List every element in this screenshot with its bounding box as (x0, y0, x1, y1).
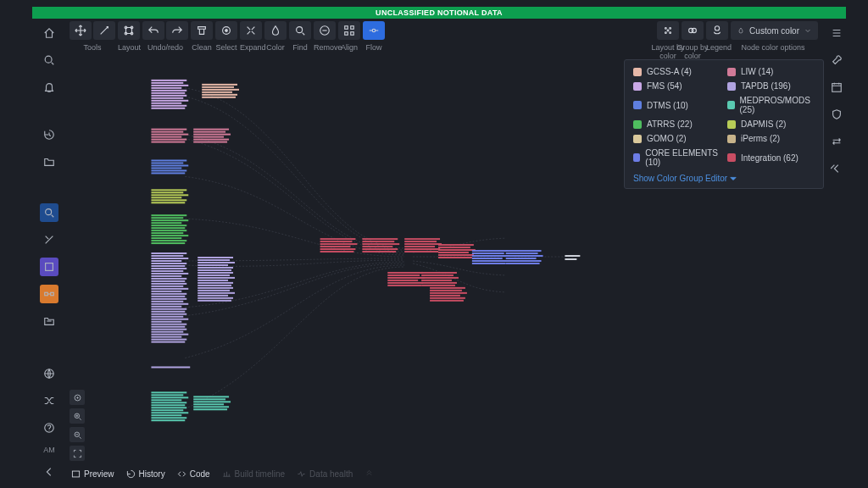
tab-data-health[interactable]: Data health (297, 469, 353, 479)
tab-more[interactable] (364, 469, 374, 479)
svg-rect-36 (565, 258, 576, 260)
node-color-options-label: Node color options (731, 43, 815, 52)
svg-rect-37 (151, 366, 190, 368)
home-icon[interactable] (40, 24, 58, 42)
tab-build-timeline[interactable]: Build timeline (222, 469, 285, 479)
remove-label: Remove (314, 43, 336, 52)
tab-code[interactable]: Code (177, 469, 210, 479)
shield-icon[interactable] (827, 105, 846, 124)
undo-button[interactable] (142, 21, 164, 40)
graph-canvas[interactable] (66, 54, 827, 468)
user-badge[interactable]: AM (43, 446, 55, 454)
folder-icon[interactable] (40, 152, 58, 171)
svg-rect-35 (565, 255, 580, 257)
tab-history[interactable]: History (126, 469, 165, 479)
collapse-left-icon[interactable] (40, 463, 58, 481)
custom-color-select[interactable]: Custom color (731, 21, 818, 40)
bell-icon[interactable] (40, 78, 58, 97)
color-label: Color (264, 43, 287, 52)
svg-rect-17 (345, 32, 348, 36)
align-button[interactable] (338, 21, 360, 40)
wrench-icon[interactable] (827, 51, 846, 69)
drop-icon (737, 27, 744, 34)
layout-by-color-button[interactable] (657, 21, 679, 40)
tools-move-button[interactable] (70, 21, 92, 40)
select-label: Select (215, 43, 237, 52)
group-by-color-button[interactable] (682, 21, 704, 40)
svg-rect-28 (832, 84, 842, 92)
bottom-tabs: Preview History Code Build timeline Data… (66, 466, 827, 481)
svg-rect-3 (45, 292, 48, 296)
history-icon[interactable] (40, 125, 58, 144)
zoom-controls (70, 390, 85, 461)
top-toolbar: Tools Layout Undo/redo Clean Select Expa… (66, 19, 846, 54)
clean-label: Clean (191, 43, 213, 52)
globe-icon[interactable] (40, 364, 58, 383)
svg-point-1 (46, 209, 52, 215)
chevron-down-icon (804, 27, 811, 34)
list-icon[interactable] (827, 24, 846, 42)
svg-point-25 (692, 28, 696, 32)
legend-label: Legend (706, 43, 728, 52)
svg-point-22 (670, 32, 671, 34)
remove-button[interactable] (314, 21, 336, 40)
layout-button[interactable] (118, 21, 140, 40)
left-rail: AM (32, 19, 66, 481)
help-icon[interactable] (40, 419, 58, 437)
svg-rect-16 (351, 26, 354, 30)
calendar-icon[interactable] (827, 78, 846, 97)
svg-point-26 (715, 26, 719, 30)
right-rail (827, 19, 846, 481)
tools-secondary-button[interactable] (93, 21, 115, 40)
svg-point-20 (670, 28, 671, 30)
collapse-right-icon[interactable] (827, 159, 846, 178)
tab-preview[interactable]: Preview (71, 469, 114, 479)
nav-item-c[interactable] (40, 258, 58, 276)
svg-point-23 (667, 30, 669, 31)
svg-rect-4 (51, 292, 54, 296)
find-button[interactable] (289, 21, 311, 40)
svg-rect-42 (72, 471, 79, 477)
expand-label: Expand (240, 43, 262, 52)
legend-button[interactable] (706, 21, 728, 40)
svg-point-0 (45, 56, 52, 63)
color-button[interactable] (264, 21, 287, 40)
nav-item-d[interactable] (40, 285, 58, 303)
redo-button[interactable] (166, 21, 188, 40)
find-label: Find (289, 43, 311, 52)
flow-button[interactable] (363, 21, 385, 40)
zoom-out-button[interactable] (70, 427, 85, 442)
search-icon[interactable] (40, 51, 58, 69)
classification-banner: UNCLASSIFIED NOTIONAL DATA (32, 7, 846, 19)
flow-label: Flow (363, 43, 385, 52)
tools-label: Tools (70, 43, 115, 52)
zoom-fit-button[interactable] (70, 446, 85, 461)
svg-rect-15 (345, 26, 348, 30)
svg-point-13 (297, 27, 303, 33)
align-label: Align (338, 43, 360, 52)
expand-button[interactable] (240, 21, 262, 40)
svg-rect-2 (46, 263, 53, 271)
flow-diagram (66, 54, 827, 468)
svg-point-19 (665, 28, 667, 30)
nav-item-b[interactable] (40, 230, 58, 249)
svg-rect-18 (351, 32, 354, 36)
nav-item-a[interactable] (40, 203, 58, 222)
clean-button[interactable] (191, 21, 213, 40)
zoom-in-button[interactable] (70, 408, 85, 424)
undoredo-label: Undo/redo (142, 43, 188, 52)
swap-icon[interactable] (827, 132, 846, 151)
shuffle-icon[interactable] (40, 391, 58, 410)
svg-point-12 (225, 30, 228, 32)
layout-label: Layout (118, 43, 140, 52)
svg-point-21 (665, 32, 667, 34)
nav-item-e[interactable] (40, 312, 58, 330)
custom-color-label: Custom color (749, 26, 799, 36)
select-button[interactable] (215, 21, 237, 40)
svg-point-39 (76, 396, 77, 397)
zoom-target-button[interactable] (70, 390, 85, 405)
